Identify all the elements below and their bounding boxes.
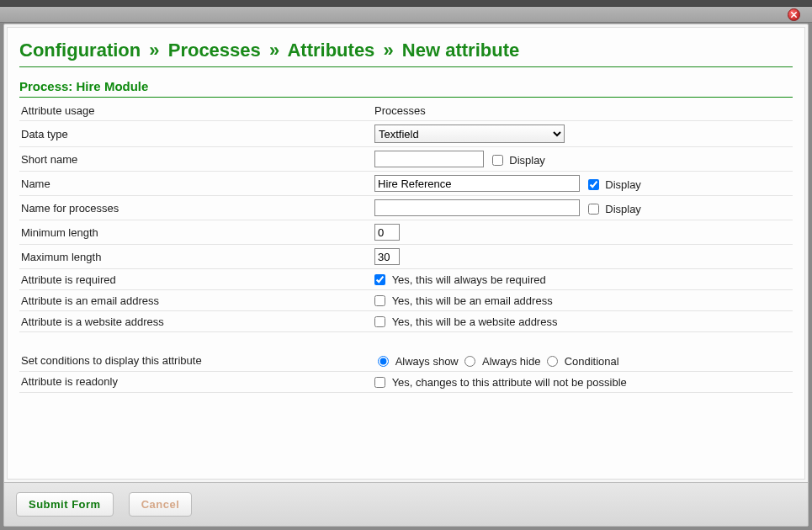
is-email-checkbox-label: Yes, this will be an email address xyxy=(392,294,553,307)
breadcrumb-item[interactable]: Configuration xyxy=(19,40,141,61)
data-type-select[interactable]: Textfield xyxy=(374,125,565,143)
chevron-right-icon: » xyxy=(379,40,396,61)
label-attribute-usage: Attribute usage xyxy=(19,101,373,121)
required-checkbox[interactable] xyxy=(374,274,385,285)
label-is-email: Attribute is an email address xyxy=(19,290,373,311)
cond-always-show-radio[interactable] xyxy=(378,356,389,367)
readonly-checkbox[interactable] xyxy=(374,377,385,388)
close-icon[interactable] xyxy=(788,8,800,21)
min-length-input[interactable] xyxy=(374,224,400,241)
required-checkbox-label: Yes, this will always be required xyxy=(392,273,546,286)
name-for-processes-input[interactable] xyxy=(374,199,580,216)
process-subheading: Process: Hire Module xyxy=(19,79,793,98)
cond-conditional-radio[interactable] xyxy=(547,356,558,367)
cond-always-hide-label: Always hide xyxy=(482,355,540,368)
name-display-checkbox[interactable] xyxy=(588,179,599,190)
breadcrumb-item[interactable]: Attributes xyxy=(287,40,374,61)
short-name-display-label: Display xyxy=(509,154,545,167)
chevron-right-icon: » xyxy=(146,40,162,61)
label-name-for-processes: Name for processes xyxy=(19,196,373,220)
cond-always-hide-radio[interactable] xyxy=(464,356,475,367)
submit-button[interactable]: Submit Form xyxy=(16,492,114,517)
label-conditions: Set conditions to display this attribute xyxy=(19,351,373,372)
breadcrumb-item[interactable]: Processes xyxy=(168,40,261,61)
is-website-checkbox-label: Yes, this will be a website address xyxy=(392,315,558,328)
name-for-processes-display-label: Display xyxy=(605,203,641,215)
name-input[interactable] xyxy=(374,175,580,192)
attribute-form: Attribute usage Processes Data type Text… xyxy=(19,101,793,393)
short-name-input[interactable] xyxy=(374,151,484,167)
label-min-length: Minimum length xyxy=(19,220,373,245)
label-readonly: Attribute is readonly xyxy=(19,371,373,392)
cond-conditional-label: Conditional xyxy=(565,355,619,368)
label-is-website: Attribute is a website address xyxy=(19,311,373,332)
label-short-name: Short name xyxy=(19,147,373,172)
value-attribute-usage: Processes xyxy=(373,101,793,121)
label-required: Attribute is required xyxy=(19,269,373,290)
short-name-display-checkbox[interactable] xyxy=(492,155,503,166)
form-scroll-area[interactable]: Configuration » Processes » Attributes »… xyxy=(7,27,805,480)
name-for-processes-display-checkbox[interactable] xyxy=(588,204,599,215)
cond-always-show-label: Always show xyxy=(395,355,459,368)
dialog-footer: Submit Form Cancel xyxy=(4,482,808,526)
is-email-checkbox[interactable] xyxy=(374,295,385,306)
readonly-checkbox-label: Yes, changes to this attribute will not … xyxy=(392,376,627,389)
label-max-length: Maximum length xyxy=(19,245,373,269)
cancel-button[interactable]: Cancel xyxy=(129,492,193,517)
label-data-type: Data type xyxy=(19,121,373,147)
name-display-label: Display xyxy=(605,178,641,191)
max-length-input[interactable] xyxy=(374,248,400,265)
breadcrumb: Configuration » Processes » Attributes »… xyxy=(19,40,793,67)
window-toolbar xyxy=(0,7,812,23)
window-top-strip xyxy=(0,0,812,7)
is-website-checkbox[interactable] xyxy=(374,316,385,327)
breadcrumb-item: New attribute xyxy=(402,40,519,61)
chevron-right-icon: » xyxy=(266,40,283,61)
label-name: Name xyxy=(19,172,373,196)
modal-panel: Configuration » Processes » Attributes »… xyxy=(3,24,809,527)
